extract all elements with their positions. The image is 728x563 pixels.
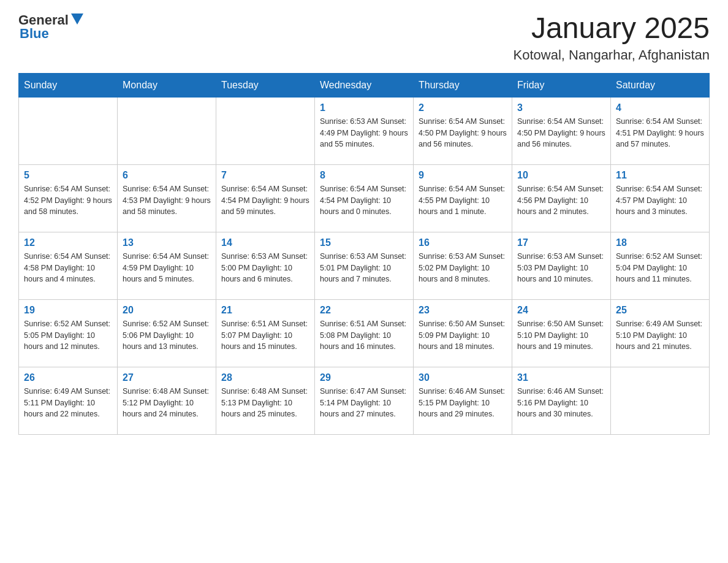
calendar-cell: 25Sunrise: 6:49 AM Sunset: 5:10 PM Dayli… xyxy=(611,299,710,367)
day-number: 3 xyxy=(517,102,605,113)
calendar-cell: 29Sunrise: 6:47 AM Sunset: 5:14 PM Dayli… xyxy=(315,367,414,434)
day-number: 6 xyxy=(123,170,211,181)
calendar-cell: 27Sunrise: 6:48 AM Sunset: 5:12 PM Dayli… xyxy=(118,367,216,434)
day-number: 16 xyxy=(419,237,507,248)
day-number: 19 xyxy=(24,305,112,316)
day-number: 14 xyxy=(221,237,309,248)
day-number: 12 xyxy=(24,237,112,248)
calendar-cell: 20Sunrise: 6:52 AM Sunset: 5:06 PM Dayli… xyxy=(118,299,216,367)
day-info: Sunrise: 6:54 AM Sunset: 4:54 PM Dayligh… xyxy=(221,183,309,218)
day-info: Sunrise: 6:48 AM Sunset: 5:13 PM Dayligh… xyxy=(221,386,309,420)
day-number: 21 xyxy=(221,305,309,316)
day-number: 15 xyxy=(320,237,408,248)
day-number: 20 xyxy=(123,305,211,316)
calendar-week-row: 26Sunrise: 6:49 AM Sunset: 5:11 PM Dayli… xyxy=(19,367,710,434)
calendar-cell: 13Sunrise: 6:54 AM Sunset: 4:59 PM Dayli… xyxy=(118,232,216,299)
day-number: 18 xyxy=(616,237,704,248)
day-info: Sunrise: 6:51 AM Sunset: 5:07 PM Dayligh… xyxy=(221,318,309,353)
logo-blue: Blue xyxy=(20,26,49,42)
calendar-cell: 4Sunrise: 6:54 AM Sunset: 4:51 PM Daylig… xyxy=(611,97,710,164)
calendar-cell: 18Sunrise: 6:52 AM Sunset: 5:04 PM Dayli… xyxy=(611,232,710,299)
day-info: Sunrise: 6:54 AM Sunset: 4:54 PM Dayligh… xyxy=(320,183,408,218)
day-number: 2 xyxy=(419,102,507,113)
day-number: 27 xyxy=(123,372,211,383)
calendar-cell: 11Sunrise: 6:54 AM Sunset: 4:57 PM Dayli… xyxy=(611,164,710,232)
day-info: Sunrise: 6:52 AM Sunset: 5:05 PM Dayligh… xyxy=(24,318,112,353)
day-number: 22 xyxy=(320,305,408,316)
calendar-week-row: 19Sunrise: 6:52 AM Sunset: 5:05 PM Dayli… xyxy=(19,299,710,367)
calendar-cell xyxy=(216,97,315,164)
calendar-cell xyxy=(19,97,118,164)
day-number: 11 xyxy=(616,170,704,181)
column-header-monday: Monday xyxy=(118,73,216,97)
day-info: Sunrise: 6:54 AM Sunset: 4:51 PM Dayligh… xyxy=(616,116,704,150)
day-info: Sunrise: 6:49 AM Sunset: 5:11 PM Dayligh… xyxy=(24,386,112,420)
day-number: 7 xyxy=(221,170,309,181)
day-info: Sunrise: 6:50 AM Sunset: 5:10 PM Dayligh… xyxy=(517,318,605,353)
day-number: 25 xyxy=(616,305,704,316)
day-number: 1 xyxy=(320,102,408,113)
calendar-cell: 14Sunrise: 6:53 AM Sunset: 5:00 PM Dayli… xyxy=(216,232,315,299)
day-number: 17 xyxy=(517,237,605,248)
column-header-thursday: Thursday xyxy=(414,73,512,97)
calendar-table: SundayMondayTuesdayWednesdayThursdayFrid… xyxy=(18,73,710,435)
calendar-cell: 28Sunrise: 6:48 AM Sunset: 5:13 PM Dayli… xyxy=(216,367,315,434)
day-info: Sunrise: 6:54 AM Sunset: 4:57 PM Dayligh… xyxy=(616,183,704,218)
calendar-cell: 19Sunrise: 6:52 AM Sunset: 5:05 PM Dayli… xyxy=(19,299,118,367)
day-info: Sunrise: 6:54 AM Sunset: 4:53 PM Dayligh… xyxy=(123,183,211,218)
day-info: Sunrise: 6:48 AM Sunset: 5:12 PM Dayligh… xyxy=(123,386,211,420)
calendar-cell: 31Sunrise: 6:46 AM Sunset: 5:16 PM Dayli… xyxy=(512,367,611,434)
day-number: 9 xyxy=(419,170,507,181)
day-number: 31 xyxy=(517,372,605,383)
day-info: Sunrise: 6:52 AM Sunset: 5:06 PM Dayligh… xyxy=(123,318,211,353)
calendar-cell: 7Sunrise: 6:54 AM Sunset: 4:54 PM Daylig… xyxy=(216,164,315,232)
calendar-cell: 17Sunrise: 6:53 AM Sunset: 5:03 PM Dayli… xyxy=(512,232,611,299)
column-header-friday: Friday xyxy=(512,73,611,97)
day-info: Sunrise: 6:53 AM Sunset: 4:49 PM Dayligh… xyxy=(320,116,408,150)
column-header-saturday: Saturday xyxy=(611,73,710,97)
day-number: 23 xyxy=(419,305,507,316)
calendar-cell: 2Sunrise: 6:54 AM Sunset: 4:50 PM Daylig… xyxy=(414,97,512,164)
calendar-cell: 5Sunrise: 6:54 AM Sunset: 4:52 PM Daylig… xyxy=(19,164,118,232)
calendar-header-row: SundayMondayTuesdayWednesdayThursdayFrid… xyxy=(19,73,710,97)
calendar-cell: 10Sunrise: 6:54 AM Sunset: 4:56 PM Dayli… xyxy=(512,164,611,232)
day-info: Sunrise: 6:52 AM Sunset: 5:04 PM Dayligh… xyxy=(616,251,704,285)
day-info: Sunrise: 6:53 AM Sunset: 5:00 PM Dayligh… xyxy=(221,251,309,285)
day-info: Sunrise: 6:51 AM Sunset: 5:08 PM Dayligh… xyxy=(320,318,408,353)
day-number: 29 xyxy=(320,372,408,383)
location-title: Kotowal, Nangarhar, Afghanistan xyxy=(514,47,710,63)
day-info: Sunrise: 6:46 AM Sunset: 5:15 PM Dayligh… xyxy=(419,386,507,420)
day-number: 30 xyxy=(419,372,507,383)
day-info: Sunrise: 6:54 AM Sunset: 4:50 PM Dayligh… xyxy=(419,116,507,150)
day-info: Sunrise: 6:49 AM Sunset: 5:10 PM Dayligh… xyxy=(616,318,704,353)
day-info: Sunrise: 6:46 AM Sunset: 5:16 PM Dayligh… xyxy=(517,386,605,420)
calendar-cell: 26Sunrise: 6:49 AM Sunset: 5:11 PM Dayli… xyxy=(19,367,118,434)
day-info: Sunrise: 6:54 AM Sunset: 4:52 PM Dayligh… xyxy=(24,183,112,218)
logo: General Blue xyxy=(18,12,83,42)
calendar-cell: 9Sunrise: 6:54 AM Sunset: 4:55 PM Daylig… xyxy=(414,164,512,232)
calendar-cell: 22Sunrise: 6:51 AM Sunset: 5:08 PM Dayli… xyxy=(315,299,414,367)
day-info: Sunrise: 6:50 AM Sunset: 5:09 PM Dayligh… xyxy=(419,318,507,353)
calendar-week-row: 1Sunrise: 6:53 AM Sunset: 4:49 PM Daylig… xyxy=(19,97,710,164)
day-number: 4 xyxy=(616,102,704,113)
day-number: 10 xyxy=(517,170,605,181)
day-info: Sunrise: 6:53 AM Sunset: 5:01 PM Dayligh… xyxy=(320,251,408,285)
day-info: Sunrise: 6:54 AM Sunset: 4:58 PM Dayligh… xyxy=(24,251,112,285)
calendar-cell: 15Sunrise: 6:53 AM Sunset: 5:01 PM Dayli… xyxy=(315,232,414,299)
logo-triangle-icon xyxy=(71,13,83,27)
calendar-cell: 16Sunrise: 6:53 AM Sunset: 5:02 PM Dayli… xyxy=(414,232,512,299)
day-number: 28 xyxy=(221,372,309,383)
calendar-cell: 23Sunrise: 6:50 AM Sunset: 5:09 PM Dayli… xyxy=(414,299,512,367)
calendar-cell: 12Sunrise: 6:54 AM Sunset: 4:58 PM Dayli… xyxy=(19,232,118,299)
day-number: 26 xyxy=(24,372,112,383)
calendar-cell xyxy=(611,367,710,434)
column-header-wednesday: Wednesday xyxy=(315,73,414,97)
day-info: Sunrise: 6:54 AM Sunset: 4:50 PM Dayligh… xyxy=(517,116,605,150)
day-number: 5 xyxy=(24,170,112,181)
calendar-week-row: 5Sunrise: 6:54 AM Sunset: 4:52 PM Daylig… xyxy=(19,164,710,232)
calendar-cell: 1Sunrise: 6:53 AM Sunset: 4:49 PM Daylig… xyxy=(315,97,414,164)
day-info: Sunrise: 6:54 AM Sunset: 4:56 PM Dayligh… xyxy=(517,183,605,218)
day-info: Sunrise: 6:53 AM Sunset: 5:03 PM Dayligh… xyxy=(517,251,605,285)
calendar-cell: 8Sunrise: 6:54 AM Sunset: 4:54 PM Daylig… xyxy=(315,164,414,232)
day-info: Sunrise: 6:54 AM Sunset: 4:55 PM Dayligh… xyxy=(419,183,507,218)
